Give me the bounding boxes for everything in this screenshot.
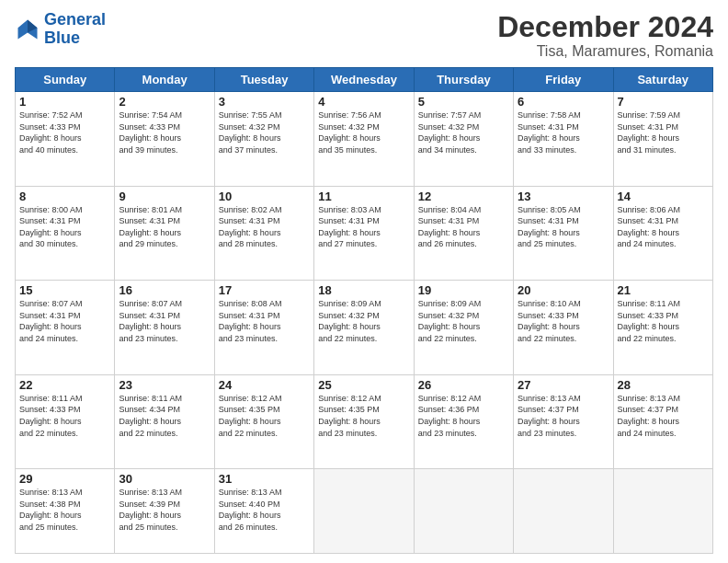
calendar-cell: 8Sunrise: 8:00 AM Sunset: 4:31 PM Daylig…	[16, 186, 115, 281]
logo-line2: Blue	[44, 29, 80, 47]
calendar-cell: 10Sunrise: 8:02 AM Sunset: 4:31 PM Dayli…	[214, 186, 313, 281]
day-info: Sunrise: 8:05 AM Sunset: 4:31 PM Dayligh…	[518, 204, 609, 250]
day-number: 23	[119, 378, 210, 392]
calendar-week-row: 8Sunrise: 8:00 AM Sunset: 4:31 PM Daylig…	[16, 186, 713, 281]
calendar-cell: 24Sunrise: 8:12 AM Sunset: 4:35 PM Dayli…	[214, 374, 313, 469]
calendar-day-header: Tuesday	[214, 68, 313, 92]
day-info: Sunrise: 7:55 AM Sunset: 4:32 PM Dayligh…	[219, 109, 310, 155]
calendar-cell	[414, 469, 513, 554]
day-info: Sunrise: 7:58 AM Sunset: 4:31 PM Dayligh…	[518, 109, 609, 155]
day-number: 27	[518, 378, 609, 392]
day-info: Sunrise: 8:13 AM Sunset: 4:37 PM Dayligh…	[518, 393, 609, 439]
day-info: Sunrise: 8:01 AM Sunset: 4:31 PM Dayligh…	[119, 204, 210, 250]
calendar-day-header: Friday	[514, 68, 613, 92]
day-info: Sunrise: 8:03 AM Sunset: 4:31 PM Dayligh…	[318, 204, 409, 250]
calendar-cell: 5Sunrise: 7:57 AM Sunset: 4:32 PM Daylig…	[414, 92, 513, 187]
day-info: Sunrise: 8:12 AM Sunset: 4:35 PM Dayligh…	[219, 393, 310, 439]
day-info: Sunrise: 8:09 AM Sunset: 4:32 PM Dayligh…	[318, 298, 409, 344]
calendar-cell: 19Sunrise: 8:09 AM Sunset: 4:32 PM Dayli…	[414, 281, 513, 375]
day-number: 22	[19, 378, 110, 392]
calendar-cell: 9Sunrise: 8:01 AM Sunset: 4:31 PM Daylig…	[115, 186, 214, 281]
day-number: 11	[318, 190, 409, 203]
day-info: Sunrise: 8:10 AM Sunset: 4:33 PM Dayligh…	[518, 298, 609, 344]
day-number: 18	[318, 283, 409, 297]
day-info: Sunrise: 8:02 AM Sunset: 4:31 PM Dayligh…	[219, 204, 310, 250]
calendar-cell: 16Sunrise: 8:07 AM Sunset: 4:31 PM Dayli…	[115, 281, 214, 375]
day-info: Sunrise: 8:07 AM Sunset: 4:31 PM Dayligh…	[119, 298, 210, 344]
logo-icon	[15, 17, 40, 42]
calendar-cell: 26Sunrise: 8:12 AM Sunset: 4:36 PM Dayli…	[414, 374, 513, 469]
day-number: 25	[318, 378, 409, 392]
day-number: 21	[618, 283, 709, 297]
day-info: Sunrise: 8:11 AM Sunset: 4:34 PM Dayligh…	[119, 393, 210, 439]
day-number: 15	[19, 283, 110, 297]
calendar-cell: 2Sunrise: 7:54 AM Sunset: 4:33 PM Daylig…	[115, 92, 214, 187]
logo-text: General Blue	[44, 11, 106, 48]
day-number: 29	[19, 472, 110, 486]
calendar-cell: 15Sunrise: 8:07 AM Sunset: 4:31 PM Dayli…	[16, 281, 115, 375]
calendar-week-row: 29Sunrise: 8:13 AM Sunset: 4:38 PM Dayli…	[16, 469, 713, 554]
day-info: Sunrise: 7:59 AM Sunset: 4:31 PM Dayligh…	[618, 109, 709, 155]
calendar-cell: 31Sunrise: 8:13 AM Sunset: 4:40 PM Dayli…	[214, 469, 313, 554]
day-number: 17	[219, 283, 310, 297]
calendar-table: SundayMondayTuesdayWednesdayThursdayFrid…	[15, 67, 713, 554]
page: General Blue December 2024 Tisa, Maramur…	[0, 0, 728, 563]
calendar-cell: 30Sunrise: 8:13 AM Sunset: 4:39 PM Dayli…	[115, 469, 214, 554]
page-title: December 2024	[497, 11, 713, 43]
day-number: 16	[119, 283, 210, 297]
day-number: 7	[618, 95, 709, 109]
calendar-cell: 22Sunrise: 8:11 AM Sunset: 4:33 PM Dayli…	[16, 374, 115, 469]
day-number: 9	[119, 190, 210, 203]
day-number: 5	[418, 95, 509, 109]
day-number: 24	[219, 378, 310, 392]
day-number: 12	[418, 190, 509, 203]
calendar-cell: 3Sunrise: 7:55 AM Sunset: 4:32 PM Daylig…	[214, 92, 313, 187]
calendar-day-header: Monday	[115, 68, 214, 92]
calendar-cell: 7Sunrise: 7:59 AM Sunset: 4:31 PM Daylig…	[613, 92, 712, 187]
calendar-cell	[514, 469, 613, 554]
day-number: 19	[418, 283, 509, 297]
day-info: Sunrise: 7:56 AM Sunset: 4:32 PM Dayligh…	[318, 109, 409, 155]
day-info: Sunrise: 8:11 AM Sunset: 4:33 PM Dayligh…	[618, 298, 709, 344]
calendar-cell: 11Sunrise: 8:03 AM Sunset: 4:31 PM Dayli…	[314, 186, 414, 281]
calendar-cell	[314, 469, 414, 554]
calendar-header: SundayMondayTuesdayWednesdayThursdayFrid…	[16, 68, 713, 92]
day-number: 14	[618, 190, 709, 203]
day-number: 4	[318, 95, 409, 109]
day-number: 3	[219, 95, 310, 109]
calendar-cell: 14Sunrise: 8:06 AM Sunset: 4:31 PM Dayli…	[613, 186, 712, 281]
calendar-cell: 23Sunrise: 8:11 AM Sunset: 4:34 PM Dayli…	[115, 374, 214, 469]
day-number: 26	[418, 378, 509, 392]
calendar-day-header: Saturday	[613, 68, 712, 92]
day-number: 1	[19, 95, 110, 109]
day-info: Sunrise: 8:13 AM Sunset: 4:40 PM Dayligh…	[219, 487, 310, 533]
day-info: Sunrise: 8:08 AM Sunset: 4:31 PM Dayligh…	[219, 298, 310, 344]
day-info: Sunrise: 8:04 AM Sunset: 4:31 PM Dayligh…	[418, 204, 509, 250]
header: General Blue December 2024 Tisa, Maramur…	[15, 11, 713, 60]
calendar-cell: 12Sunrise: 8:04 AM Sunset: 4:31 PM Dayli…	[414, 186, 513, 281]
day-number: 20	[518, 283, 609, 297]
day-info: Sunrise: 8:09 AM Sunset: 4:32 PM Dayligh…	[418, 298, 509, 344]
day-number: 30	[119, 472, 210, 486]
calendar-cell: 4Sunrise: 7:56 AM Sunset: 4:32 PM Daylig…	[314, 92, 414, 187]
calendar-cell: 13Sunrise: 8:05 AM Sunset: 4:31 PM Dayli…	[514, 186, 613, 281]
day-number: 31	[219, 472, 310, 486]
calendar-cell: 17Sunrise: 8:08 AM Sunset: 4:31 PM Dayli…	[214, 281, 313, 375]
day-number: 6	[518, 95, 609, 109]
day-info: Sunrise: 8:07 AM Sunset: 4:31 PM Dayligh…	[19, 298, 110, 344]
calendar-cell: 21Sunrise: 8:11 AM Sunset: 4:33 PM Dayli…	[613, 281, 712, 375]
calendar-cell: 6Sunrise: 7:58 AM Sunset: 4:31 PM Daylig…	[514, 92, 613, 187]
calendar-cell: 1Sunrise: 7:52 AM Sunset: 4:33 PM Daylig…	[16, 92, 115, 187]
day-info: Sunrise: 8:13 AM Sunset: 4:37 PM Dayligh…	[618, 393, 709, 439]
calendar-cell: 20Sunrise: 8:10 AM Sunset: 4:33 PM Dayli…	[514, 281, 613, 375]
calendar-body: 1Sunrise: 7:52 AM Sunset: 4:33 PM Daylig…	[16, 92, 713, 554]
calendar-day-header: Wednesday	[314, 68, 414, 92]
day-number: 8	[19, 190, 110, 203]
day-info: Sunrise: 7:54 AM Sunset: 4:33 PM Dayligh…	[119, 109, 210, 155]
day-number: 13	[518, 190, 609, 203]
logo-line1: General	[44, 10, 106, 29]
day-number: 2	[119, 95, 210, 109]
calendar-day-header: Sunday	[16, 68, 115, 92]
day-info: Sunrise: 8:11 AM Sunset: 4:33 PM Dayligh…	[19, 393, 110, 439]
page-subtitle: Tisa, Maramures, Romania	[497, 43, 713, 60]
